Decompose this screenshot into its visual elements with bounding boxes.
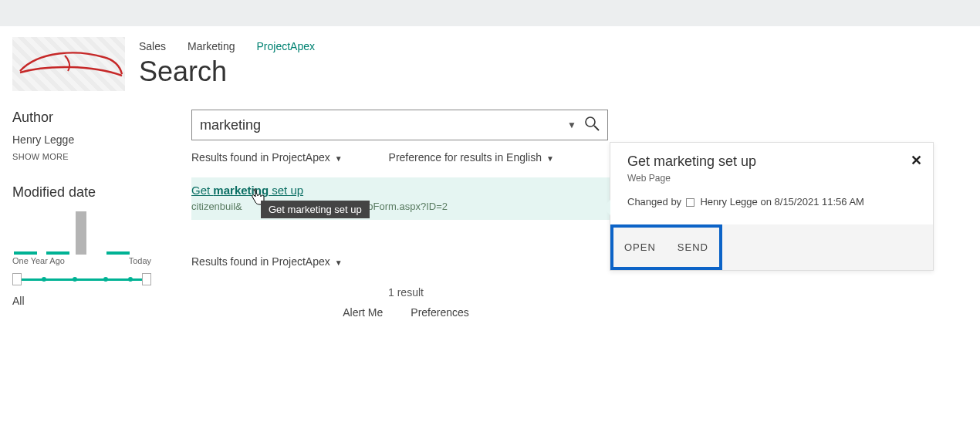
search-box: ▼ <box>191 110 608 140</box>
search-input[interactable] <box>200 117 559 133</box>
result-preview-callout: Get marketing set up Web Page ✕ Changed … <box>610 142 934 271</box>
result-title-highlight: marketing <box>213 184 269 197</box>
refiner-modified-heading: Modified date <box>12 184 167 201</box>
lower-scope-prefix: Results found in <box>191 255 272 268</box>
open-button[interactable]: OPEN <box>613 228 667 267</box>
modified-histogram <box>12 208 151 255</box>
nav-marketing[interactable]: Marketing <box>188 40 235 52</box>
callout-body: Changed by Henry Legge on 8/15/2021 11:5… <box>610 184 933 224</box>
person-presence-icon <box>686 198 694 207</box>
language-pref-prefix: Preference for results in <box>389 151 507 164</box>
site-nav: Sales Marketing ProjectApex <box>139 40 968 52</box>
site-logo[interactable] <box>12 37 125 91</box>
histo-label-left: One Year Ago <box>12 256 65 265</box>
changed-on-value: 8/15/2021 11:56 AM <box>775 196 864 208</box>
callout-pointer-icon <box>603 200 610 215</box>
results-scope-prefix: Results found in <box>191 151 272 164</box>
search-icon[interactable] <box>584 116 600 135</box>
changed-by-name[interactable]: Henry Legge <box>700 196 757 208</box>
svg-line-1 <box>594 126 599 130</box>
close-icon[interactable]: ✕ <box>911 152 922 169</box>
modified-date-slider[interactable] <box>12 272 151 287</box>
changed-by-label: Changed by <box>627 196 681 208</box>
search-scope-dropdown-icon[interactable]: ▼ <box>567 120 576 130</box>
result-tooltip: Get marketing set up <box>261 201 370 218</box>
modified-histogram-labels: One Year Ago Today <box>12 256 151 265</box>
lower-scope-value: ProjectApex <box>272 255 329 268</box>
header: Sales Marketing ProjectApex Search <box>12 26 968 91</box>
refiner-modified-all[interactable]: All <box>12 295 167 307</box>
search-result: Get marketing set up citizenbuil& /…/Tas… <box>191 177 620 220</box>
refiner-sidebar: Author Henry Legge SHOW MORE Modified da… <box>12 110 167 319</box>
language-pref-value: English <box>506 151 542 164</box>
changed-on-label: on <box>760 196 771 208</box>
language-pref-dropdown[interactable]: Preference for results in English ▼ <box>389 151 554 164</box>
histo-label-right: Today <box>129 256 151 265</box>
chevron-down-icon: ▼ <box>335 258 343 267</box>
car-logo-icon <box>15 46 123 82</box>
nav-projectapex[interactable]: ProjectApex <box>257 40 315 52</box>
page-title: Search <box>139 56 968 88</box>
nav-sales[interactable]: Sales <box>139 40 166 52</box>
callout-title: Get marketing set up <box>627 154 919 170</box>
result-title-post: set up <box>269 184 303 197</box>
refiner-author-value[interactable]: Henry Legge <box>12 133 167 146</box>
preferences-link[interactable]: Preferences <box>411 306 468 319</box>
refiner-author-heading: Author <box>12 110 167 126</box>
svg-point-0 <box>586 117 595 127</box>
results-scope-dropdown[interactable]: Results found in ProjectApex ▼ <box>191 151 343 164</box>
result-url: citizenbuil& /…/Tasks/DispForm.aspx?ID=2 <box>191 201 617 212</box>
send-button[interactable]: SEND <box>667 228 719 267</box>
highlighted-action-group: OPEN SEND <box>610 224 722 270</box>
sharepoint-ribbon-placeholder <box>0 0 980 26</box>
alert-me-link[interactable]: Alert Me <box>343 306 383 319</box>
slider-handle-start[interactable] <box>12 273 22 285</box>
chevron-down-icon: ▼ <box>546 154 554 163</box>
slider-handle-end[interactable] <box>142 273 151 285</box>
result-title-pre: Get <box>191 184 213 197</box>
result-count: 1 result <box>191 286 620 299</box>
callout-subtitle: Web Page <box>627 173 919 184</box>
results-scope-value: ProjectApex <box>272 151 329 164</box>
chevron-down-icon: ▼ <box>335 154 343 163</box>
callout-actions: OPEN SEND <box>610 224 933 270</box>
result-title-link[interactable]: Get marketing set up <box>191 184 303 197</box>
refiner-show-more[interactable]: SHOW MORE <box>12 152 167 161</box>
